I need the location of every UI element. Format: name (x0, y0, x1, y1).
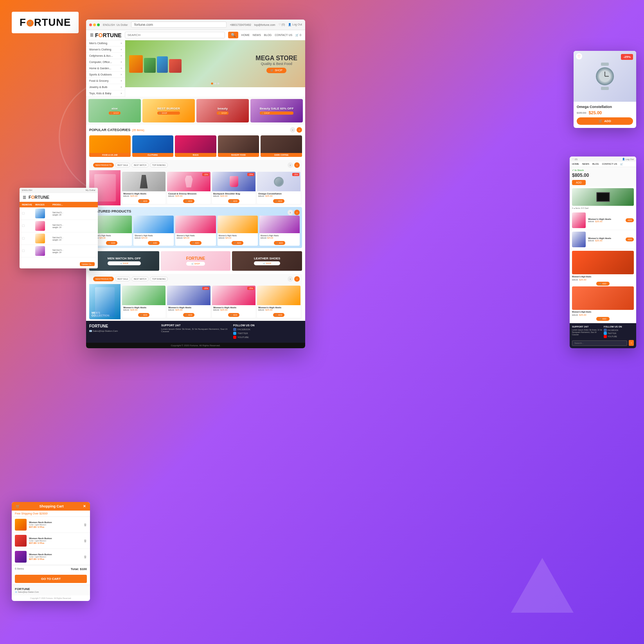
po2-add-button[interactable]: ADD (572, 180, 586, 185)
add-btn[interactable]: 🛒 ADD (138, 313, 150, 317)
hero-dot-1[interactable] (211, 83, 213, 85)
nav-blog[interactable]: BLOG (264, 34, 272, 37)
hamburger-menu[interactable]: ☰ FORTUNE (90, 32, 122, 38)
ss-hamburger-icon[interactable]: ☰ (23, 195, 26, 200)
feat-add-btn[interactable]: 🛒 ADD (148, 241, 160, 245)
ss-remove-icon[interactable]: ☐ (22, 249, 34, 253)
mid-shop-btn[interactable]: 🛒 SHOP (108, 261, 141, 265)
po2-yt[interactable]: YOUTUBE (604, 335, 634, 338)
add-to-cart-btn[interactable]: 🛒 ADD (228, 199, 240, 203)
mens-prev[interactable]: ‹ (288, 276, 293, 282)
po2-nav-blog[interactable]: BLOG (592, 163, 599, 165)
mens-tab-match[interactable]: BEST MATCH (131, 277, 149, 281)
feat-next[interactable]: › (294, 210, 300, 215)
sidebar-item-sports[interactable]: Sports & Outdoors› (86, 72, 125, 78)
add-btn[interactable]: 🛒 ADD (183, 313, 195, 317)
nav-contact[interactable]: CONTACT US (275, 34, 292, 37)
category-bags[interactable]: BAGS (175, 135, 216, 157)
add-to-cart-btn[interactable]: 🛒 ADD (138, 199, 150, 203)
sidebar-item-phones[interactable]: Cellphones & Acc...› (86, 53, 125, 59)
mens-tab-best[interactable]: BEST SALE (115, 277, 130, 281)
sidebar-item-home[interactable]: Home & Garden...› (86, 65, 125, 72)
po2-search-input[interactable] (572, 340, 627, 346)
currency-selector[interactable]: Us Dollar (117, 23, 128, 26)
mid-shop-btn[interactable]: 🛒 SHOP (186, 262, 205, 266)
mens-tab-rank[interactable]: TOP RANKING (150, 277, 168, 281)
ss-remove-icon[interactable]: ☐ (22, 224, 34, 228)
nav-news[interactable]: NEWS (253, 34, 261, 37)
promo-shop-btn[interactable]: 🛒 SHOP (157, 112, 180, 115)
category-food[interactable]: FOOD & US JAR (89, 135, 131, 157)
cart-icon-header[interactable]: 🛒 0 (295, 34, 301, 37)
feat-add-btn[interactable]: 🛒 ADD (274, 241, 286, 245)
po2-tw[interactable]: TWITTER (604, 332, 634, 335)
po2-fb[interactable]: FACEBOOK (604, 329, 634, 332)
tab-new-products[interactable]: NEW PRODUCTS (93, 163, 114, 167)
product-add-to-cart-button[interactable]: 🛒 ADD (577, 117, 633, 125)
sidebar-item-jewelry[interactable]: Jewelry & Bulb› (86, 84, 125, 90)
feat-add-btn[interactable]: 🛒 ADD (190, 241, 201, 245)
search-button[interactable]: 🔍 (228, 32, 238, 38)
go-to-cart-button[interactable]: GO TO CART (15, 575, 87, 583)
category-bakery[interactable]: BAKERY FOOD (218, 135, 259, 157)
mid-shop-btn[interactable]: 🛒 SHOP (254, 261, 280, 265)
promo-card-sale[interactable]: Beauty SALE 60% OFF 🛒 SHOP (250, 99, 303, 122)
mid-banner-shoes[interactable]: LEATHER SHOES 🛒 SHOP (232, 251, 302, 271)
ss-remove-icon[interactable]: ☐ (22, 212, 34, 215)
po2-user[interactable]: 👤 Log Out (622, 158, 634, 160)
promo-shop-btn[interactable]: 🛒 SHOP (260, 112, 294, 115)
cart-item-delete-icon[interactable]: 🗑 (84, 555, 87, 559)
cart-item-delete-icon[interactable]: 🗑 (84, 523, 87, 527)
hero-dot-3[interactable] (218, 83, 219, 85)
nav-home[interactable]: HOME (241, 34, 250, 37)
promo-card-burger[interactable]: BEST BURGER 🛒 SHOP (142, 99, 195, 122)
feat-prev[interactable]: ‹ (288, 210, 293, 215)
po2-search-button[interactable]: › (629, 340, 634, 346)
feat-add-btn[interactable]: 🛒 ADD (232, 241, 243, 245)
category-clothing[interactable]: CLOTHING (132, 135, 174, 157)
mid-banner-watch[interactable]: MEN WATCH 50% OFF 🛒 SHOP (89, 251, 159, 271)
po2-cart-icon[interactable]: 🛒 (620, 163, 623, 165)
update-cart-button[interactable]: Update Ca... (80, 262, 95, 266)
promo-shop-btn[interactable]: 🛒 SHOP (109, 112, 121, 115)
po2-nav-news[interactable]: NEWS (582, 163, 589, 165)
add-btn[interactable]: 🛒 ADD (273, 313, 285, 317)
ss-remove-icon[interactable]: ☐ (22, 237, 34, 240)
url-bar[interactable]: fortune.com (131, 22, 227, 28)
tab-best-match[interactable]: BEST MATCH (131, 163, 149, 167)
promo-card-beauty[interactable]: beauty 🛒 SHOP (196, 99, 249, 122)
social-youtube[interactable]: YOUTUBE (233, 336, 302, 339)
user-menu[interactable]: 👤 Log Out (288, 23, 302, 26)
language-selector[interactable]: ENGLISH (103, 23, 115, 26)
prev-arrow[interactable]: ‹ (290, 127, 295, 133)
add-to-cart-btn[interactable]: 🛒 ADD (273, 199, 285, 203)
po2-nav-contact[interactable]: CONTACT US (602, 163, 617, 165)
mens-tab-new[interactable]: NEW PRODUCTS (93, 277, 114, 281)
wishlist-count[interactable]: ♡ (0) (279, 23, 285, 26)
sidebar-item-toys[interactable]: Toys, Kids & Baby› (86, 90, 125, 97)
hero-shop-button[interactable]: 🛒 SHOP (266, 68, 286, 73)
coll-prev[interactable]: ‹ (288, 162, 293, 168)
cart-item-delete-icon[interactable]: 🗑 (84, 539, 87, 543)
mid-banner-fortune[interactable]: FORTUNE 🛒 SHOP (161, 251, 231, 271)
promo-card-aloe[interactable]: aloe 🛒 SHOP (88, 99, 141, 122)
search-input[interactable] (125, 32, 225, 38)
wishlist-icon[interactable]: ♡ (576, 53, 582, 59)
add-to-cart-btn[interactable]: 🛒 ADD (183, 199, 195, 203)
hero-dot-2[interactable] (214, 83, 216, 85)
sidebar-item-food[interactable]: Food & Grocery› (86, 78, 125, 84)
tab-top-ranking[interactable]: TOP RANKING (150, 163, 168, 167)
sidebar-item-mens[interactable]: Men's Clothing› (86, 40, 125, 47)
tab-best-sale[interactable]: BEST SALE (115, 163, 130, 167)
po2-add-item-btn[interactable]: ADD (626, 218, 634, 222)
social-twitter[interactable]: TWITTER (233, 332, 302, 335)
feat-add-btn[interactable]: 🛒 ADD (106, 241, 118, 245)
promo-shop-btn[interactable]: 🛒 SHOP (217, 112, 228, 115)
po2-wishlist[interactable]: ♡ (0) (572, 158, 577, 160)
cart-close-icon[interactable]: ✕ (83, 504, 86, 508)
po2-shoes2-add-btn[interactable]: 🛒 ADD (596, 317, 610, 321)
po2-add-item-btn[interactable]: ADD (626, 237, 634, 241)
po2-nav-home[interactable]: HOME (572, 163, 579, 165)
next-arrow[interactable]: › (297, 127, 302, 133)
po2-shoes-add-btn[interactable]: 🛒 ADD (596, 282, 610, 286)
